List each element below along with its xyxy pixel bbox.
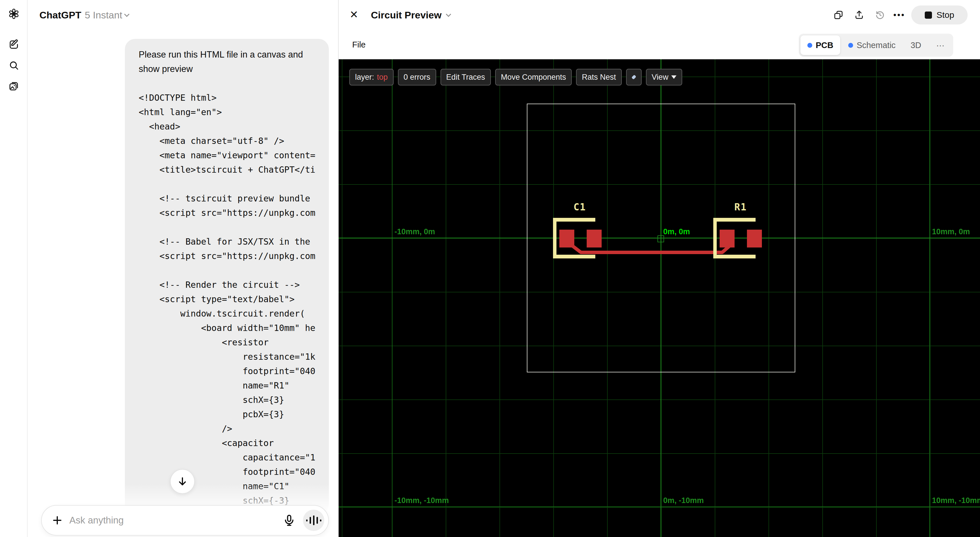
chat-panel: ChatGPT 5 Instant ••• Please run this HT… (28, 0, 338, 537)
voice-mode-button[interactable] (303, 510, 324, 531)
openai-logo-icon (8, 8, 19, 19)
close-canvas-button[interactable]: ✕ (350, 9, 358, 21)
tab-pcb[interactable]: PCB (800, 35, 840, 55)
library-button[interactable] (8, 80, 20, 92)
move-components-button[interactable]: Move Components (495, 69, 572, 86)
search-icon (8, 60, 19, 71)
search-button[interactable] (8, 59, 20, 72)
chat-header: ChatGPT 5 Instant (40, 0, 129, 30)
canvas-more-button[interactable]: ••• (893, 10, 905, 19)
app-rail (0, 0, 28, 537)
new-chat-icon (8, 39, 19, 50)
chat-input-placeholder: Ask anything (69, 515, 283, 526)
c1-silkscreen (553, 218, 595, 221)
triangle-down-icon (671, 75, 676, 79)
canvas-subheader: File PCB Schematic 3D ··· (339, 30, 980, 59)
share-icon (854, 10, 864, 20)
stop-button[interactable]: Stop (911, 5, 967, 24)
model-name[interactable]: 5 Instant (84, 10, 122, 21)
trace-layer (339, 59, 980, 537)
canvas-panel: ✕ Circuit Preview ••• (338, 0, 980, 537)
pencil-icon (631, 75, 636, 80)
stop-label: Stop (937, 10, 955, 20)
errors-button[interactable]: 0 errors (398, 69, 436, 86)
status-dot-icon (848, 43, 853, 48)
layer-value: top (377, 73, 388, 82)
tab-3d[interactable]: 3D (904, 35, 928, 55)
chevron-down-icon[interactable] (124, 11, 129, 17)
rats-nest-button[interactable]: Rats Nest (576, 69, 622, 86)
pencil-tool-button[interactable] (626, 69, 642, 86)
pcb-viewer[interactable]: C1 R1 -10mm, 0m 0m, 0m 10mm, 0m -10mm, -… (339, 59, 980, 537)
r1-pad-2 (747, 229, 762, 247)
canvas-title[interactable]: Circuit Preview (371, 10, 442, 21)
user-message-text: Please run this HTML file in a canvas an… (139, 48, 315, 76)
view-label: View (652, 73, 668, 82)
tab-3d-label: 3D (911, 41, 921, 50)
copy-button[interactable] (833, 10, 844, 20)
layer-button[interactable]: layer: top (349, 69, 394, 86)
edit-traces-label: Edit Traces (446, 73, 485, 82)
library-icon (8, 81, 19, 91)
user-message-bubble: Please run this HTML file in a canvas an… (125, 39, 329, 514)
grid-label: 0m, -10mm (663, 496, 704, 505)
rats-nest-label: Rats Nest (582, 73, 616, 82)
c1-label: C1 (568, 201, 591, 213)
r1-label: R1 (729, 201, 752, 213)
status-dot-icon (807, 43, 812, 48)
tab-schematic[interactable]: Schematic (841, 35, 902, 55)
r1-silkscreen (713, 218, 756, 221)
move-components-label: Move Components (501, 73, 566, 82)
history-icon (875, 10, 885, 20)
scroll-to-bottom-button[interactable] (170, 469, 195, 494)
chat-title: ChatGPT (40, 10, 81, 21)
grid-label: -10mm, -10mm (395, 496, 449, 505)
tab-pcb-label: PCB (816, 41, 833, 50)
history-button[interactable] (875, 10, 885, 20)
waveform-icon (305, 515, 322, 525)
view-menu-button[interactable]: View (646, 69, 682, 86)
grid-label: 10mm, -10mm (932, 496, 980, 505)
r1-silkscreen (713, 218, 717, 258)
errors-label: 0 errors (404, 73, 430, 82)
openai-logo (8, 8, 20, 20)
grid-label-origin: 0m, 0m (663, 227, 690, 236)
grid-label: 10mm, 0m (932, 227, 970, 236)
copy-icon (833, 10, 844, 20)
tabs-more-button[interactable]: ··· (929, 35, 951, 55)
tabs-more-label: ··· (936, 41, 945, 50)
microphone-icon (283, 514, 296, 527)
c1-silkscreen (553, 255, 595, 258)
share-button[interactable] (854, 10, 864, 20)
edit-traces-button[interactable]: Edit Traces (441, 69, 491, 86)
tab-schematic-label: Schematic (857, 41, 896, 50)
stop-icon (925, 11, 932, 19)
chat-input[interactable]: Ask anything (41, 505, 329, 535)
pcb-toolbar: layer: top 0 errors Edit Traces Move Com… (349, 69, 682, 86)
file-menu[interactable]: File (352, 30, 366, 59)
r1-silkscreen (713, 255, 756, 258)
layer-label: layer: (355, 73, 374, 82)
arrow-down-icon (177, 476, 188, 487)
grid-label: -10mm, 0m (395, 227, 435, 236)
attach-button[interactable] (51, 515, 63, 526)
origin-marker (657, 236, 664, 242)
new-chat-button[interactable] (8, 38, 20, 51)
r1-pad-1 (720, 229, 735, 247)
dictate-button[interactable] (283, 514, 296, 527)
c1-silkscreen (553, 218, 557, 258)
view-switcher: PCB Schematic 3D ··· (799, 33, 953, 57)
chevron-down-icon[interactable] (446, 11, 451, 17)
plus-icon (51, 515, 63, 526)
canvas-header: ✕ Circuit Preview ••• (339, 0, 980, 30)
c1-pad-2 (587, 229, 601, 247)
user-message-code: <!DOCTYPE html> <html lang="en"> <head> … (139, 91, 315, 514)
c1-pad-1 (559, 229, 574, 247)
